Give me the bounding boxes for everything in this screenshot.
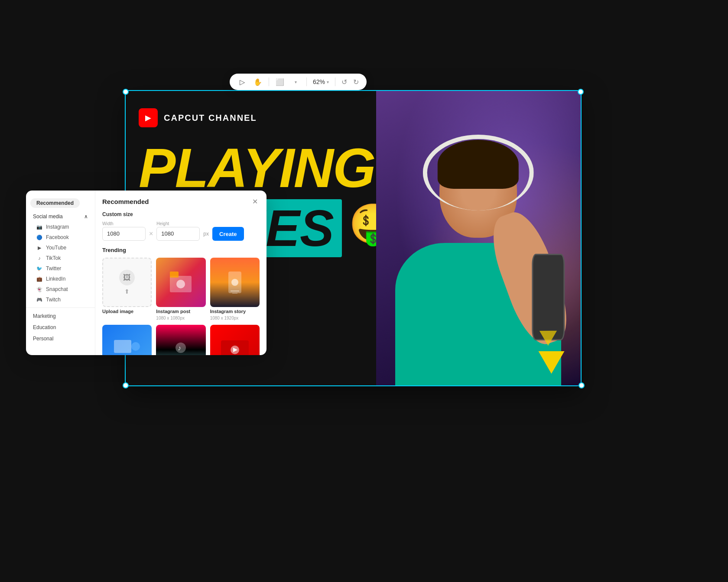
- width-input-group: Width: [102, 221, 146, 241]
- playing-text: PLAYING: [139, 140, 363, 196]
- chevron-up-icon: ∧: [84, 213, 88, 220]
- custom-size-row: Width × Height px Create: [102, 221, 260, 241]
- toolbar-divider-1: [269, 78, 269, 86]
- create-button[interactable]: Create: [212, 227, 244, 241]
- frame-dropdown-icon[interactable]: ▾: [291, 77, 300, 87]
- undo-button[interactable]: ↺: [341, 78, 347, 86]
- toolbar-divider-3: [335, 78, 335, 86]
- twitter-label: Twitter: [46, 265, 61, 272]
- resize-handle-top-right[interactable]: [578, 89, 584, 95]
- snapchat-label: Snapchat: [46, 286, 68, 292]
- tiktok-icon: ♪: [36, 255, 42, 261]
- custom-size-label: Custom size: [102, 211, 260, 217]
- upload-plus-icon: ⬆: [124, 288, 130, 295]
- svg-rect-7: [114, 340, 131, 353]
- trending-item-upload[interactable]: 🖼 ⬆ Upload image: [102, 258, 152, 320]
- instagram-story-thumb-content: [210, 258, 260, 307]
- close-button[interactable]: ✕: [250, 197, 260, 206]
- trending-item-instagram-story[interactable]: Instagram story 1080 x 1920px: [210, 258, 260, 320]
- linkedin-label: LinkedIn: [46, 276, 65, 282]
- panel-title: Recommended: [102, 198, 149, 205]
- sidebar-item-twitter[interactable]: 🐦 Twitter: [26, 263, 95, 274]
- tiktok-label: TikTok: [46, 255, 61, 261]
- sidebar-divider: [26, 307, 95, 308]
- facebook-post-thumb-content: [102, 325, 152, 355]
- instagram-post-name: Instagram post: [156, 309, 205, 314]
- svg-text:♪: ♪: [178, 344, 181, 352]
- instagram-post-size: 1080 x 1080px: [156, 316, 205, 320]
- social-media-label: Social media: [33, 213, 63, 220]
- facebook-label: Facebook: [46, 234, 69, 240]
- channel-logo-area: CAPCUT CHANNEL: [139, 108, 363, 127]
- frame-tool[interactable]: ⬜: [275, 77, 285, 87]
- youtube-label: YouTube: [46, 245, 66, 251]
- twitter-icon: 🐦: [36, 265, 42, 272]
- person-shape: [386, 129, 570, 385]
- svg-point-4: [231, 279, 238, 286]
- instagram-icon: 📷: [36, 224, 42, 230]
- trending-grid: 🖼 ⬆ Upload image Insta: [102, 258, 260, 355]
- sidebar-item-youtube[interactable]: ▶ YouTube: [26, 242, 95, 253]
- sidebar-item-facebook[interactable]: 🔵 Facebook: [26, 232, 95, 242]
- zoom-control[interactable]: 62% ▾: [313, 78, 329, 85]
- sidebar-item-instagram[interactable]: 📷 Instagram: [26, 222, 95, 232]
- panel-sidebar: Recommended Social media ∧ 📷 Instagram 🔵…: [26, 191, 95, 355]
- twitch-icon: 🎮: [36, 297, 42, 303]
- linkedin-icon: 💼: [36, 276, 42, 282]
- trending-label: Trending: [102, 247, 260, 253]
- sidebar-item-snapchat[interactable]: 👻 Snapchat: [26, 284, 95, 294]
- svg-point-8: [131, 342, 140, 351]
- instagram-story-thumb: [210, 258, 260, 307]
- instagram-story-name: Instagram story: [210, 309, 260, 314]
- resize-handle-top-left[interactable]: [123, 89, 129, 95]
- width-label: Width: [102, 221, 146, 226]
- width-input[interactable]: [102, 227, 146, 241]
- height-input[interactable]: [156, 227, 200, 241]
- headphones-shape: [423, 135, 533, 210]
- px-label: px: [203, 231, 209, 237]
- youtube-thumb: ↖: [210, 325, 260, 355]
- instagram-label: Instagram: [46, 224, 69, 230]
- sidebar-item-linkedin[interactable]: 💼 LinkedIn: [26, 274, 95, 284]
- trending-item-youtube-thumb[interactable]: ↖ YouTube thumbnail 1280 x 720px: [210, 325, 260, 355]
- editor-toolbar: ▷ ✋ ⬜ ▾ 62% ▾ ↺ ↻: [230, 74, 367, 90]
- tiktok-thumb-content: ♪: [156, 325, 205, 355]
- trending-item-tiktok[interactable]: ♪ TikTok 1080 x 1920px: [156, 325, 205, 355]
- height-input-group: Height: [156, 221, 200, 241]
- toolbar-divider-2: [306, 78, 307, 86]
- youtube-nav-icon: ▶: [36, 245, 42, 251]
- panel-main-content: Recommended ✕ Custom size Width × Height…: [95, 191, 266, 355]
- channel-name: CAPCUT CHANNEL: [164, 113, 257, 123]
- svg-point-1: [176, 280, 185, 288]
- instagram-post-thumb: [156, 258, 205, 307]
- zoom-chevron-icon: ▾: [327, 80, 329, 84]
- resize-handle-bottom-right[interactable]: [578, 382, 585, 388]
- tiktok-thumb: ♪: [156, 325, 205, 355]
- youtube-thumb-content: [210, 325, 260, 355]
- facebook-icon: 🔵: [36, 234, 42, 240]
- size-separator: ×: [149, 230, 153, 238]
- recommended-tab[interactable]: Recommended: [30, 198, 80, 208]
- gamer-image: [376, 91, 581, 385]
- instagram-story-size: 1080 x 1920px: [210, 316, 260, 320]
- sidebar-category-education[interactable]: Education: [26, 322, 95, 333]
- upload-thumb: 🖼 ⬆: [102, 258, 152, 307]
- sidebar-item-tiktok[interactable]: ♪ TikTok: [26, 253, 95, 263]
- resize-handle-bottom-left[interactable]: [123, 382, 129, 388]
- redo-button[interactable]: ↻: [353, 78, 359, 86]
- twitch-label: Twitch: [46, 297, 61, 303]
- sidebar-item-twitch[interactable]: 🎮 Twitch: [26, 294, 95, 305]
- size-panel: Recommended Social media ∧ 📷 Instagram 🔵…: [26, 191, 266, 355]
- height-label: Height: [156, 221, 200, 226]
- design-right-panel: [376, 91, 581, 385]
- sidebar-category-marketing[interactable]: Marketing: [26, 310, 95, 322]
- trending-item-instagram-post[interactable]: Instagram post 1080 x 1080px: [156, 258, 205, 320]
- panel-header: Recommended ✕: [102, 197, 260, 206]
- zoom-value: 62%: [313, 78, 325, 85]
- select-tool[interactable]: ▷: [237, 77, 247, 87]
- trending-item-facebook-post[interactable]: Facebook post 940 x 788px: [102, 325, 152, 355]
- sidebar-category-personal[interactable]: Personal: [26, 333, 95, 344]
- social-media-toggle[interactable]: Social media ∧: [26, 211, 95, 222]
- hand-tool[interactable]: ✋: [253, 77, 263, 87]
- instagram-post-thumb-content: [156, 258, 205, 307]
